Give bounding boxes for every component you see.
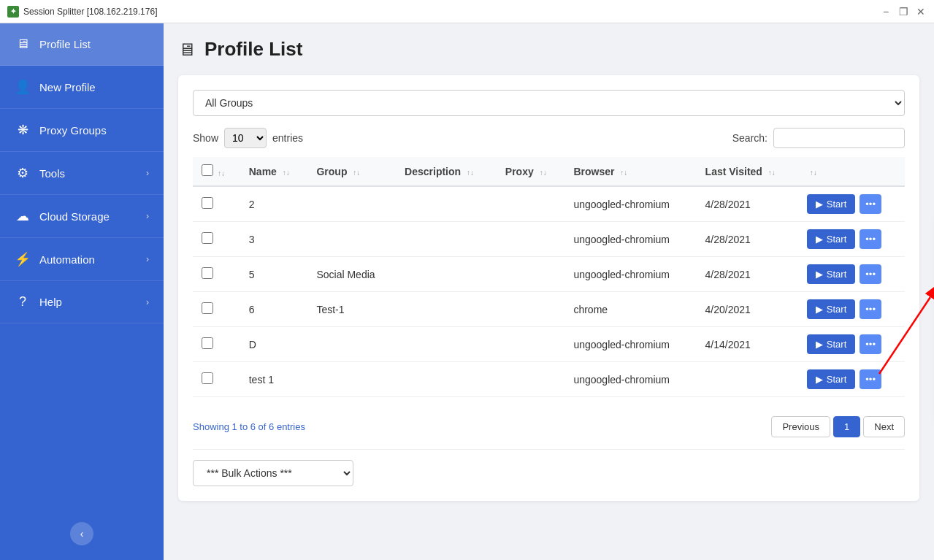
gear-icon: ⚙	[15, 165, 31, 181]
more-button[interactable]: •••	[860, 194, 881, 214]
start-button[interactable]: ▶ Start	[807, 264, 855, 284]
user-icon: 👤	[15, 79, 31, 95]
page-header: 🖥 Profile List	[178, 38, 919, 61]
table-row: D ungoogled-chromium 4/14/2021 ▶ Start •…	[193, 327, 905, 362]
play-icon: ▶	[816, 199, 823, 210]
group-filter-select[interactable]: All Groups Social Media Test-1	[193, 90, 905, 116]
row-actions: ▶ Start •••	[798, 257, 905, 292]
col-browser[interactable]: Browser ↑↓	[564, 157, 696, 186]
row-name: test 1	[240, 362, 308, 397]
close-button[interactable]: ✕	[915, 6, 927, 18]
app-body: 🖥 Profile List 👤 New Profile ❋ Proxy Gro…	[0, 23, 934, 560]
sort-icon: ↑↓	[218, 169, 225, 177]
row-group	[307, 362, 396, 397]
start-button[interactable]: ▶ Start	[807, 334, 855, 354]
table-row: 2 ungoogled-chromium 4/28/2021 ▶ Start •…	[193, 186, 905, 222]
row-checkbox[interactable]	[202, 232, 213, 244]
start-button[interactable]: ▶ Start	[807, 194, 855, 214]
sidebar-collapse-button[interactable]: ‹	[70, 522, 93, 545]
row-checkbox-cell	[193, 292, 240, 327]
description-sort-icon: ↑↓	[467, 169, 474, 177]
sidebar-item-profile-list[interactable]: 🖥 Profile List	[0, 23, 164, 66]
table-row: test 1 ungoogled-chromium ▶ Start •••	[193, 362, 905, 397]
sidebar-item-label: New Profile	[39, 81, 149, 93]
more-button[interactable]: •••	[860, 334, 881, 354]
sidebar: 🖥 Profile List 👤 New Profile ❋ Proxy Gro…	[0, 23, 164, 560]
minimize-button[interactable]: −	[880, 6, 892, 18]
row-checkbox[interactable]	[202, 372, 213, 384]
row-description	[396, 292, 497, 327]
sidebar-item-cloud-storage[interactable]: ☁ Cloud Storage ›	[0, 195, 164, 238]
entries-per-page-select[interactable]: 10 25 50 100	[224, 128, 267, 148]
row-last-visited: 4/28/2021	[697, 222, 798, 257]
row-browser: ungoogled-chromium	[564, 257, 696, 292]
row-actions: ▶ Start •••	[798, 327, 905, 362]
search-input[interactable]	[773, 128, 905, 148]
actions-sort-icon: ↑↓	[810, 169, 817, 177]
row-checkbox[interactable]	[202, 302, 213, 314]
row-actions: ▶ Start •••	[798, 292, 905, 327]
row-checkbox-cell	[193, 186, 240, 222]
play-icon: ▶	[816, 234, 823, 245]
row-description	[396, 257, 497, 292]
start-button[interactable]: ▶ Start	[807, 299, 855, 319]
start-button[interactable]: ▶ Start	[807, 229, 855, 249]
row-checkbox[interactable]	[202, 267, 213, 279]
row-group: Test-1	[307, 292, 396, 327]
col-checkbox: ↑↓	[193, 157, 240, 186]
help-icon: ?	[15, 294, 31, 310]
sidebar-item-tools[interactable]: ⚙ Tools ›	[0, 152, 164, 195]
sidebar-item-proxy-groups[interactable]: ❋ Proxy Groups	[0, 109, 164, 152]
sidebar-item-label: Help	[39, 296, 137, 308]
row-proxy	[497, 186, 565, 222]
row-description	[396, 327, 497, 362]
filter-row: All Groups Social Media Test-1	[193, 90, 905, 116]
titlebar-title: Session Splitter [108.162.219.176]	[23, 7, 880, 17]
sidebar-item-help[interactable]: ? Help ›	[0, 281, 164, 323]
row-proxy	[497, 362, 565, 397]
previous-page-button[interactable]: Previous	[771, 416, 830, 437]
bulk-actions-row: *** Bulk Actions ***	[193, 449, 905, 486]
row-group	[307, 186, 396, 222]
pagination-row: Showing 1 to 6 of 6 entries Previous 1 N…	[193, 409, 905, 437]
row-last-visited: 4/14/2021	[697, 327, 798, 362]
maximize-button[interactable]: ❐	[897, 6, 909, 18]
row-description	[396, 222, 497, 257]
row-checkbox[interactable]	[202, 197, 213, 209]
sidebar-item-label: Proxy Groups	[39, 124, 149, 137]
row-group	[307, 327, 396, 362]
next-page-button[interactable]: Next	[863, 416, 905, 437]
col-description[interactable]: Description ↑↓	[396, 157, 497, 186]
sidebar-item-automation[interactable]: ⚡ Automation ›	[0, 238, 164, 281]
start-button[interactable]: ▶ Start	[807, 369, 855, 389]
more-button[interactable]: •••	[860, 264, 881, 284]
row-checkbox[interactable]	[202, 337, 213, 349]
table-row: 3 ungoogled-chromium 4/28/2021 ▶ Start •…	[193, 222, 905, 257]
profile-list-card: All Groups Social Media Test-1 Show 10 2…	[178, 75, 919, 501]
bulk-actions-select[interactable]: *** Bulk Actions ***	[193, 460, 353, 486]
monitor-icon: 🖥	[15, 37, 31, 52]
show-label: Show	[193, 132, 218, 144]
row-browser: ungoogled-chromium	[564, 362, 696, 397]
col-last-visited[interactable]: Last Visited ↑↓	[697, 157, 798, 186]
page-1-button[interactable]: 1	[833, 416, 860, 437]
row-description	[396, 186, 497, 222]
table-controls: Show 10 25 50 100 entries Search:	[193, 128, 905, 148]
main-wrapper: 🖥 Profile List All Groups Social Media T…	[164, 23, 934, 560]
row-browser: ungoogled-chromium	[564, 186, 696, 222]
more-button[interactable]: •••	[860, 369, 881, 389]
play-icon: ▶	[816, 374, 823, 385]
row-last-visited: 4/28/2021	[697, 186, 798, 222]
sidebar-item-new-profile[interactable]: 👤 New Profile	[0, 66, 164, 109]
col-group[interactable]: Group ↑↓	[307, 157, 396, 186]
more-button[interactable]: •••	[860, 229, 881, 249]
sidebar-item-label: Cloud Storage	[39, 210, 137, 223]
start-label: Start	[827, 199, 846, 210]
col-name[interactable]: Name ↑↓	[240, 157, 308, 186]
page-header-icon: 🖥	[178, 39, 196, 60]
select-all-checkbox[interactable]	[202, 164, 213, 176]
sidebar-item-label: Tools	[39, 167, 137, 180]
col-proxy[interactable]: Proxy ↑↓	[497, 157, 565, 186]
more-button[interactable]: •••	[860, 299, 881, 319]
sidebar-item-label: Profile List	[39, 38, 149, 50]
